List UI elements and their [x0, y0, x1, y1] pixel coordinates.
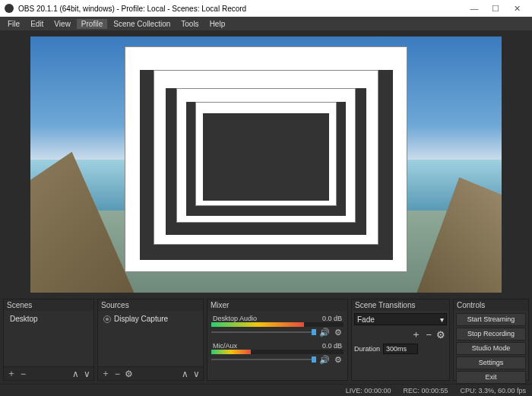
mixer-settings-button[interactable]: ⚙ [333, 354, 344, 365]
source-move-up-button[interactable]: ∧ [182, 369, 188, 379]
menu-edit[interactable]: Edit [26, 19, 48, 29]
status-cpu: CPU: 3.3%, 60.00 fps [460, 387, 526, 394]
sources-header: Sources [98, 299, 203, 311]
transitions-body: Fade ▾ ＋ − ⚙ Duration [352, 311, 449, 380]
start-streaming-button[interactable]: Start Streaming [456, 313, 526, 326]
transitions-panel: Scene Transitions Fade ▾ ＋ − ⚙ Duration [351, 299, 450, 381]
menu-view[interactable]: View [49, 19, 75, 29]
scene-item[interactable]: Desktop [6, 313, 91, 325]
controls-panel: Controls Start Streaming Stop Recording … [453, 299, 529, 381]
transition-select[interactable]: Fade ▾ [354, 313, 447, 325]
transition-settings-button[interactable]: ⚙ [436, 329, 445, 341]
controls-header: Controls [454, 299, 528, 311]
menu-scene-collection[interactable]: Scene Collection [109, 19, 175, 29]
mixer-volume-slider[interactable] [211, 356, 316, 363]
sources-panel: Sources Display Capture ＋ − ⚙ ∧ ∨ [97, 299, 204, 381]
mixer-channel-desktop: Desktop Audio 0.0 dB 🔊 ⚙ [211, 315, 344, 337]
dock-panels: Scenes Desktop ＋ − ∧ ∨ Sources Display C… [0, 299, 532, 384]
chevron-down-icon: ▾ [440, 315, 444, 324]
mixer-meter [211, 350, 344, 354]
window-title: OBS 20.1.1 (64bit, windows) - Profile: L… [18, 5, 464, 13]
visibility-icon[interactable] [103, 315, 111, 323]
controls-body: Start Streaming Stop Recording Studio Mo… [454, 311, 528, 388]
menu-file[interactable]: File [3, 19, 24, 29]
scenes-list[interactable]: Desktop [4, 311, 93, 366]
menu-tools[interactable]: Tools [176, 19, 203, 29]
window-titlebar: OBS 20.1.1 (64bit, windows) - Profile: L… [0, 0, 532, 17]
mixer-meter [211, 322, 344, 327]
exit-button[interactable]: Exit [456, 371, 526, 384]
mixer-channel-level: 0.0 dB [322, 315, 342, 322]
source-item-label: Display Capture [114, 315, 168, 323]
mixer-panel: Mixer Desktop Audio 0.0 dB 🔊 ⚙ Mic/Aux 0… [207, 299, 348, 381]
studio-mode-button[interactable]: Studio Mode [456, 342, 526, 355]
scene-move-up-button[interactable]: ∧ [72, 369, 79, 379]
stop-recording-button[interactable]: Stop Recording [456, 328, 526, 341]
sources-toolbar: ＋ − ⚙ ∧ ∨ [98, 366, 203, 380]
scenes-header: Scenes [4, 299, 93, 311]
menu-help[interactable]: Help [205, 19, 230, 29]
mixer-settings-button[interactable]: ⚙ [333, 327, 344, 337]
sources-list[interactable]: Display Capture [98, 311, 203, 366]
mixer-mute-button[interactable]: 🔊 [319, 354, 330, 365]
mixer-channel-mic: Mic/Aux 0.0 dB 🔊 ⚙ [211, 342, 344, 365]
transition-remove-button[interactable]: − [426, 329, 432, 341]
mixer-body: Desktop Audio 0.0 dB 🔊 ⚙ Mic/Aux 0.0 dB [207, 311, 347, 380]
status-rec: REC: 00:00:55 [403, 387, 448, 394]
window-close-button[interactable]: ✕ [506, 4, 527, 14]
window-maximize-button[interactable]: ☐ [485, 4, 506, 14]
scene-remove-button[interactable]: − [21, 369, 26, 379]
scene-move-down-button[interactable]: ∨ [84, 369, 90, 379]
app-logo-icon [5, 4, 14, 13]
source-move-down-button[interactable]: ∨ [193, 369, 200, 379]
scene-add-button[interactable]: ＋ [7, 367, 16, 380]
preview-canvas[interactable] [30, 36, 502, 293]
preview-area [0, 30, 532, 299]
mixer-header: Mixer [207, 299, 347, 311]
scenes-toolbar: ＋ − ∧ ∨ [4, 366, 93, 380]
settings-button[interactable]: Settings [456, 356, 526, 369]
source-item[interactable]: Display Capture [100, 313, 201, 325]
window-minimize-button[interactable]: — [464, 4, 485, 13]
source-add-button[interactable]: ＋ [101, 367, 110, 380]
transition-add-button[interactable]: ＋ [411, 328, 421, 341]
mixer-channel-name: Mic/Aux [213, 342, 237, 350]
menu-profile[interactable]: Profile [77, 19, 107, 29]
source-settings-button[interactable]: ⚙ [125, 369, 133, 379]
mixer-volume-slider[interactable] [211, 329, 316, 335]
transitions-header: Scene Transitions [352, 299, 449, 311]
scenes-panel: Scenes Desktop ＋ − ∧ ∨ [3, 299, 94, 381]
duration-input[interactable] [383, 344, 418, 354]
mixer-channel-name: Desktop Audio [213, 315, 257, 322]
status-live: LIVE: 00:00:00 [346, 387, 391, 394]
menu-bar: File Edit View Profile Scene Collection … [0, 17, 532, 30]
duration-label: Duration [354, 345, 380, 353]
mixer-mute-button[interactable]: 🔊 [319, 327, 330, 337]
source-remove-button[interactable]: − [115, 369, 120, 379]
status-bar: LIVE: 00:00:00 REC: 00:00:55 CPU: 3.3%, … [0, 384, 532, 396]
transition-selected: Fade [357, 315, 375, 324]
mixer-channel-level: 0.0 dB [322, 342, 342, 350]
